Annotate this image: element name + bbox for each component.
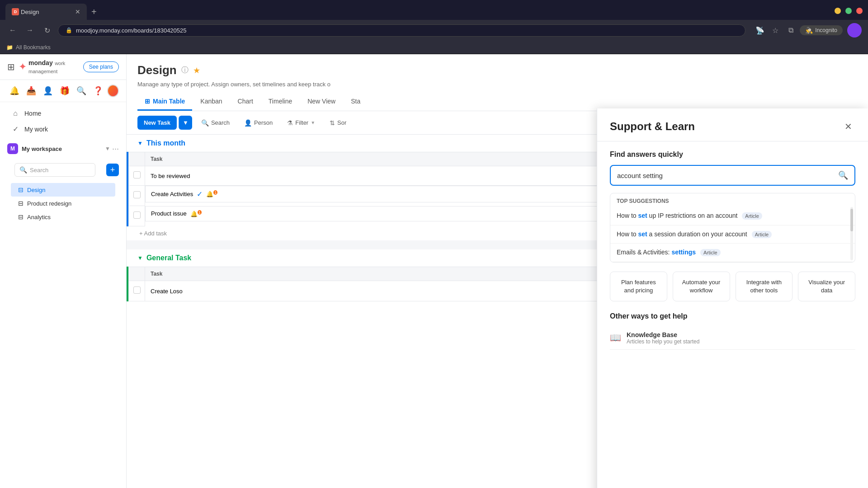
other-help-title: Other ways to get help: [610, 312, 855, 320]
main-table-icon: ⊞: [145, 98, 150, 105]
tab-sta[interactable]: Sta: [344, 93, 368, 111]
close-tab-icon[interactable]: ✕: [75, 8, 80, 15]
tab-label-main-table: Main Table: [153, 98, 185, 105]
knowledge-base-title: Knowledge Base: [627, 331, 699, 338]
suggestion-badge-1: Article: [742, 212, 762, 220]
task-checkbox-3[interactable]: [129, 206, 145, 226]
incognito-badge: 🕵 Incognito: [800, 25, 843, 35]
workspace-more-icon[interactable]: ···: [112, 144, 119, 154]
sidebar-item-my-work[interactable]: ✓ My work: [4, 121, 123, 137]
board-icon-product: ⊟: [18, 200, 24, 207]
tab-favicon: D: [12, 8, 19, 15]
support-search-icon[interactable]: 🔍: [838, 170, 848, 180]
suggestion-item-1[interactable]: How to set up IP restrictions on an acco…: [610, 207, 855, 225]
task-check-icon: ✓: [197, 190, 203, 198]
maximize-button[interactable]: [845, 8, 852, 14]
find-answers-title: Find answers quickly: [610, 150, 855, 159]
board-title: Design: [137, 63, 177, 77]
group-title-this-month[interactable]: This month: [146, 139, 185, 147]
forward-button[interactable]: →: [24, 24, 36, 37]
tab-new-view[interactable]: New View: [300, 93, 343, 111]
refresh-button[interactable]: ↻: [41, 24, 53, 37]
suggestion-item-3[interactable]: Emails & Activities: settings Article: [610, 244, 855, 262]
task-checkbox-2[interactable]: [129, 186, 145, 206]
help-item-knowledge-base[interactable]: 📖 Knowledge Base Articles to help you ge…: [610, 327, 855, 350]
workspace-header[interactable]: M My workspace ▼ ···: [7, 141, 119, 157]
knowledge-base-desc: Articles to help you get started: [627, 338, 699, 345]
suggestion-item-2[interactable]: How to set a session duration on your ac…: [610, 225, 855, 244]
global-search-icon[interactable]: 🔍: [74, 83, 89, 99]
suggestion-badge-2: Article: [752, 231, 772, 238]
group-arrow-this-month[interactable]: ▼: [137, 140, 143, 146]
group-title-general[interactable]: General Task: [146, 254, 191, 262]
integrate-tools-label: Integrate with other tools: [741, 278, 787, 295]
quick-action-visualize-data[interactable]: Visualize your data: [798, 272, 855, 301]
lock-icon: 🔒: [66, 27, 72, 33]
new-tab-button[interactable]: +: [87, 5, 101, 19]
quick-actions-container: Plan features and pricing Automate your …: [610, 272, 855, 301]
quick-action-integrate-tools[interactable]: Integrate with other tools: [736, 272, 793, 301]
support-search-input[interactable]: [617, 172, 834, 179]
title-star-icon[interactable]: ★: [193, 66, 200, 75]
plan-features-label: Plan features and pricing: [616, 278, 661, 295]
cast-icon[interactable]: 📡: [754, 24, 766, 37]
close-window-button[interactable]: [856, 8, 863, 14]
quick-action-automate-workflow[interactable]: Automate your workflow: [673, 272, 730, 301]
workspace-search-box[interactable]: 🔍 Search: [14, 163, 95, 177]
see-plans-button[interactable]: See plans: [83, 61, 119, 72]
task-checkbox-1[interactable]: [129, 166, 145, 186]
tab-main-table[interactable]: ⊞ Main Table: [137, 93, 192, 111]
workspace-name: My workspace: [22, 145, 101, 152]
scrollbar-thumb[interactable]: [850, 209, 853, 231]
task-bell-icon: 🔔1: [206, 190, 217, 197]
person-label: Person: [254, 119, 273, 126]
bookmarks-folder-icon: 📁: [6, 44, 13, 51]
sidebar-item-home[interactable]: ⌂ Home: [4, 106, 123, 121]
nav-label-home: Home: [24, 110, 41, 117]
board-icon-design: ⊟: [18, 186, 24, 193]
minimize-button[interactable]: [835, 8, 841, 14]
filter-button[interactable]: ⚗ Filter ▼: [282, 116, 321, 130]
quick-action-plan-features[interactable]: Plan features and pricing: [610, 272, 667, 301]
app-logo: ✦ monday work management: [19, 59, 80, 75]
people-icon[interactable]: 👤: [41, 83, 56, 99]
user-avatar[interactable]: [107, 84, 119, 97]
sort-button[interactable]: ⇅ Sor: [324, 116, 352, 130]
person-button[interactable]: 👤 Person: [239, 116, 278, 130]
new-task-button[interactable]: New Task: [137, 116, 177, 130]
tab-chart[interactable]: Chart: [231, 93, 260, 111]
gift-icon[interactable]: 🎁: [57, 83, 72, 99]
task-checkbox-4[interactable]: [129, 281, 145, 301]
sidebar-item-analytics[interactable]: ⊟ Analytics: [11, 210, 115, 224]
nav-label-my-work: My work: [24, 126, 48, 133]
filter-icon: ⚗: [287, 119, 293, 127]
tab-timeline[interactable]: Timeline: [261, 93, 299, 111]
checkbox-header: [129, 152, 145, 166]
search-button[interactable]: 🔍 Search: [196, 116, 235, 130]
sidebar-toggle-icon[interactable]: ⧉: [784, 24, 797, 37]
address-bar[interactable]: 🔒 moodjoy.monday.com/boards/1830420525: [58, 24, 745, 37]
tab-title: Design: [21, 9, 73, 15]
profile-avatar[interactable]: [847, 23, 862, 38]
support-search-container: 🔍: [610, 165, 855, 186]
panel-close-button[interactable]: ✕: [841, 119, 855, 134]
tab-label-timeline: Timeline: [269, 98, 292, 105]
inbox-icon[interactable]: 📥: [24, 83, 39, 99]
apps-grid-button[interactable]: ⊞: [7, 61, 15, 72]
suggestions-title: Top Suggestions: [610, 193, 855, 207]
add-board-button[interactable]: +: [106, 164, 119, 176]
title-info-icon[interactable]: ⓘ: [181, 66, 189, 75]
bell-icon[interactable]: 🔔: [7, 83, 22, 99]
bookmarks-label[interactable]: All Bookmarks: [16, 44, 51, 51]
new-task-dropdown-button[interactable]: ▼: [179, 116, 192, 130]
bookmark-icon[interactable]: ☆: [769, 24, 782, 37]
person-icon: 👤: [244, 119, 252, 127]
sidebar-item-design[interactable]: ⊟ Design: [11, 183, 115, 197]
home-icon: ⌂: [11, 109, 20, 117]
tab-kanban[interactable]: Kanban: [193, 93, 229, 111]
group-arrow-general[interactable]: ▼: [137, 255, 143, 261]
sidebar-item-product-redesign[interactable]: ⊟ Product redesign: [11, 197, 115, 210]
search-placeholder: Search: [30, 167, 48, 174]
help-icon[interactable]: ❓: [90, 83, 105, 99]
back-button[interactable]: ←: [6, 24, 19, 37]
